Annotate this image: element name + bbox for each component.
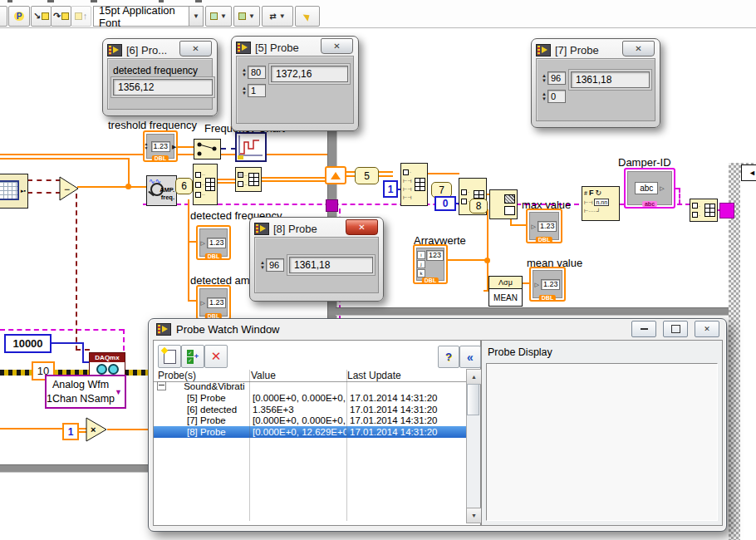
- tree-root-row[interactable]: Sound&Vibrati: [154, 381, 466, 393]
- select-node[interactable]: [194, 139, 221, 160]
- mean-node[interactable]: Λσμ MEAN: [488, 276, 523, 307]
- column-value[interactable]: Value: [251, 370, 276, 381]
- polymorphic-selector[interactable]: Analog Wfm 1Chan NSamp ▼: [45, 375, 126, 409]
- probe-watch-titlebar[interactable]: Probe Watch Window ✕: [149, 319, 726, 339]
- help-button[interactable]: ?: [438, 346, 459, 368]
- subtract-node[interactable]: −: [59, 176, 79, 201]
- build-array-node-2[interactable]: ·⊢⊣⊢⊣⊢⊣: [400, 163, 428, 206]
- structure-tunnel-icon[interactable]: ◄: [741, 164, 756, 181]
- collapse-panel-button[interactable]: «: [459, 346, 481, 368]
- step-over-button[interactable]: ↷: [51, 6, 71, 27]
- indicator-value: 1.23: [541, 279, 561, 290]
- arraywerte-indicator[interactable]: i j k 123 DBL: [413, 244, 448, 284]
- align-objects-button[interactable]: ▼: [205, 6, 232, 27]
- index-k[interactable]: k: [417, 269, 425, 277]
- chevron-down-icon: ▼: [189, 7, 203, 26]
- maximize-button[interactable]: [663, 321, 688, 337]
- scroll-up-button[interactable]: ▲: [466, 369, 482, 385]
- close-button[interactable]: ✕: [695, 321, 719, 337]
- probe-5-value[interactable]: 1372,16: [271, 66, 348, 82]
- minimize-icon: [641, 328, 648, 330]
- probe-display-title: Probe Display: [488, 346, 552, 358]
- probe-7-index-top[interactable]: ▲▼96: [542, 71, 566, 85]
- constant-5[interactable]: 5: [355, 167, 379, 184]
- probe-7-value[interactable]: 1361,18: [571, 71, 650, 88]
- probe-5-index-top[interactable]: ▲▼80: [242, 66, 266, 79]
- frequency-chart-node[interactable]: [235, 132, 267, 162]
- indicator-value: 1.23: [207, 238, 227, 248]
- probe-8-value[interactable]: 1361,18: [289, 257, 373, 273]
- image-cell-icon: [504, 194, 515, 204]
- remove-probe-button[interactable]: ✕: [204, 345, 228, 368]
- column-probes[interactable]: Probe(s): [158, 370, 196, 381]
- close-button[interactable]: ✕: [179, 41, 212, 56]
- max-min-array-node[interactable]: [489, 189, 518, 219]
- probe-8-index[interactable]: ▲▼96: [260, 258, 284, 272]
- collapse-tree-icon[interactable]: [157, 381, 166, 390]
- reorder-button[interactable]: ⇄▼: [262, 6, 293, 27]
- font-selector[interactable]: 15pt Application Font ▼: [93, 6, 204, 27]
- help-icon: ?: [445, 351, 452, 363]
- probe-window-7-title: [7] Probe: [555, 44, 599, 56]
- constant-6[interactable]: 6: [175, 178, 193, 194]
- table-row[interactable]: [5] Probe [0.000E+0, 0.000E+0, 0 17.01.2…: [154, 393, 466, 405]
- table-row[interactable]: [6] detected 1.356E+3 17.01.2014 14:31:2…: [154, 404, 466, 415]
- image-cell-icon: [504, 206, 515, 215]
- probe-window-6: [6] Pro... ✕ detected frequency 1356,12: [102, 38, 218, 116]
- add-probes-button[interactable]: ✓ ✓ +: [181, 345, 204, 368]
- constant-0[interactable]: 0: [434, 196, 456, 211]
- step-out-button[interactable]: ↑: [71, 6, 91, 27]
- detected-frequency-indicator[interactable]: ▷ 1.23 DBL: [196, 225, 231, 260]
- probe-5-index-bottom[interactable]: ▲▼1: [242, 84, 266, 97]
- index-array-node[interactable]: ····: [235, 167, 262, 192]
- close-button[interactable]: ✕: [622, 41, 655, 56]
- damper-id-control[interactable]: abc ▷ abc: [624, 168, 675, 209]
- probe-icon: [254, 223, 269, 235]
- constant-1-multiplier[interactable]: 1: [62, 423, 79, 440]
- probe-6-value[interactable]: 1356,12: [113, 79, 213, 96]
- build-array-node[interactable]: ······: [193, 164, 218, 205]
- scroll-down-button[interactable]: ▼: [466, 508, 482, 523]
- chart-axis-badge: [238, 155, 243, 160]
- string-value[interactable]: abc: [635, 182, 658, 194]
- build-array-node-3[interactable]: ··: [690, 199, 718, 222]
- number-to-string-node[interactable]: # F ↻ ⊢⊣ n.nn ⊢·····┘: [582, 186, 620, 221]
- selector-line2: 1Chan NSamp: [47, 392, 115, 405]
- spinner-arrows-icon[interactable]: ▲▼: [145, 142, 149, 150]
- wire-waveform-dashed: [221, 148, 236, 150]
- multiply-node[interactable]: ×: [86, 417, 108, 442]
- express-vi-node[interactable]: ▸▪: [0, 174, 28, 209]
- detected-amplitude-indicator[interactable]: ▷ 1.23 DBL: [196, 285, 231, 320]
- mean-value-indicator[interactable]: ▷ 1.23 DBL: [529, 267, 566, 302]
- structure-tunnel-magenta[interactable]: [719, 203, 734, 218]
- treshold-frequency-control[interactable]: ▲▼ 1.23 ▶ DBL: [143, 130, 178, 162]
- input-terminal-icon: ▷: [532, 223, 536, 229]
- structure-border-gray: [336, 307, 729, 316]
- distribute-objects-button[interactable]: ▼: [233, 6, 260, 27]
- index-i[interactable]: i: [417, 251, 425, 259]
- table-row[interactable]: [7] Probe [0.000E+0, 0.000E+0, 1 17.01.2…: [154, 415, 466, 427]
- probe-7-index-bottom[interactable]: ▲▼0: [542, 90, 566, 103]
- express-vi-screen: [0, 180, 19, 200]
- close-button-active[interactable]: ✕: [346, 219, 378, 235]
- index-j[interactable]: j: [417, 260, 425, 268]
- clean-up-diagram-button[interactable]: [295, 6, 320, 27]
- max-value-indicator[interactable]: ▷ 1.23 DBL: [526, 209, 562, 243]
- close-button[interactable]: ✕: [321, 38, 353, 54]
- constant-10000[interactable]: 10000: [4, 334, 52, 353]
- partial-button[interactable]: [0, 6, 7, 27]
- wire-probe-marker[interactable]: [325, 166, 346, 184]
- probe-6-value-label: detected frequency: [113, 65, 207, 76]
- retain-wire-values-button[interactable]: P: [8, 6, 30, 27]
- scrollbar-thumb[interactable]: [467, 384, 479, 415]
- column-last-update[interactable]: Last Update: [347, 370, 401, 381]
- new-probe-sheet-button[interactable]: [158, 345, 181, 368]
- amp-freq-node[interactable]: ∿∿ AMP. freq.: [146, 175, 177, 206]
- minimize-button[interactable]: [631, 321, 656, 337]
- step-into-button[interactable]: ↘: [31, 6, 52, 27]
- indicator-value: 1.23: [538, 221, 557, 232]
- control-value[interactable]: 1.23: [151, 141, 171, 152]
- constant-8[interactable]: 8: [469, 199, 488, 214]
- wire-orange: [510, 224, 527, 226]
- table-row-selected[interactable]: [8] Probe [0.000E+0, 12.629E+0, 17.01.20…: [154, 426, 466, 438]
